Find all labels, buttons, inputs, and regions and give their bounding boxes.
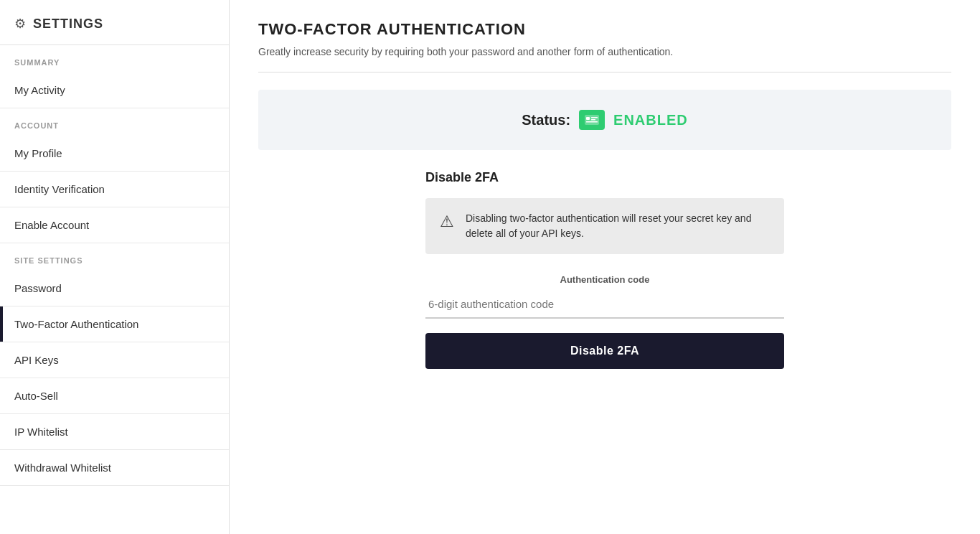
auth-code-label: Authentication code	[425, 274, 784, 285]
disable-2fa-section: Disable 2FA ⚠ Disabling two-factor authe…	[425, 170, 784, 369]
summary-section-label: SUMMARY	[0, 45, 229, 72]
id-card-icon	[579, 110, 605, 130]
page-title: TWO-FACTOR AUTHENTICATION	[258, 20, 951, 39]
warning-text: Disabling two-factor authentication will…	[466, 211, 770, 241]
sidebar-item-api-keys[interactable]: API Keys	[0, 342, 229, 378]
warning-icon: ⚠	[440, 212, 454, 231]
sidebar-item-label: Enable Account	[14, 219, 89, 231]
sidebar-item-auto-sell[interactable]: Auto-Sell	[0, 378, 229, 414]
sidebar-item-label: Withdrawal Whitelist	[14, 462, 111, 474]
sidebar-item-label: Identity Verification	[14, 183, 105, 195]
svg-rect-1	[586, 117, 590, 120]
disable-2fa-button[interactable]: Disable 2FA	[425, 333, 784, 369]
gear-icon: ⚙	[14, 16, 26, 32]
sidebar-item-my-activity[interactable]: My Activity	[0, 72, 229, 108]
auth-code-input[interactable]	[425, 291, 784, 319]
sidebar-item-ip-whitelist[interactable]: IP Whitelist	[0, 414, 229, 450]
divider	[258, 72, 951, 72]
page-subtitle: Greatly increase security by requiring b…	[258, 46, 951, 57]
sidebar: ⚙ SETTINGS SUMMARY My Activity ACCOUNT M…	[0, 0, 230, 534]
status-label: Status:	[522, 112, 570, 128]
sidebar-item-two-factor-authentication[interactable]: Two-Factor Authentication	[0, 306, 229, 342]
warning-box: ⚠ Disabling two-factor authentication wi…	[425, 198, 784, 254]
svg-rect-2	[591, 117, 598, 118]
sidebar-item-password[interactable]: Password	[0, 271, 229, 306]
sidebar-item-label: API Keys	[14, 354, 59, 366]
main-content: TWO-FACTOR AUTHENTICATION Greatly increa…	[230, 0, 980, 534]
sidebar-item-identity-verification[interactable]: Identity Verification	[0, 172, 229, 207]
sidebar-item-enable-account[interactable]: Enable Account	[0, 207, 229, 243]
status-value: ENABLED	[613, 112, 688, 128]
sidebar-item-label: Password	[14, 282, 62, 294]
sidebar-title: SETTINGS	[33, 17, 103, 32]
sidebar-item-label: My Activity	[14, 84, 65, 96]
site-settings-section-label: SITE SETTINGS	[0, 243, 229, 271]
svg-rect-4	[586, 121, 598, 123]
sidebar-item-label: My Profile	[14, 147, 62, 159]
svg-rect-3	[591, 119, 595, 121]
disable-section-title: Disable 2FA	[425, 170, 784, 185]
status-banner: Status: ENABLED	[258, 90, 951, 150]
sidebar-item-label: Auto-Sell	[14, 390, 58, 402]
sidebar-item-label: IP Whitelist	[14, 426, 68, 438]
account-section-label: ACCOUNT	[0, 108, 229, 136]
sidebar-item-withdrawal-whitelist[interactable]: Withdrawal Whitelist	[0, 450, 229, 486]
sidebar-item-my-profile[interactable]: My Profile	[0, 136, 229, 172]
sidebar-header: ⚙ SETTINGS	[0, 0, 229, 45]
sidebar-item-label: Two-Factor Authentication	[14, 318, 138, 330]
auth-code-group: Authentication code	[425, 274, 784, 319]
